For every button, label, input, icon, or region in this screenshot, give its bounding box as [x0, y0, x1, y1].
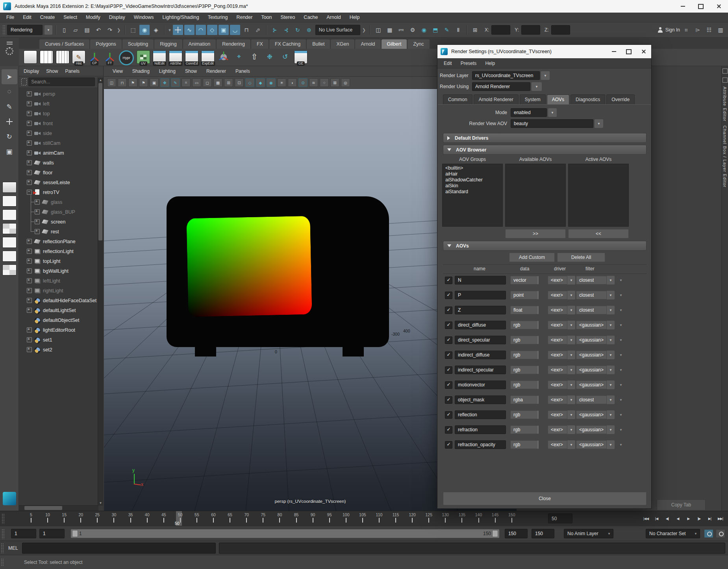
- command-input-field[interactable]: [22, 543, 216, 554]
- menu-item[interactable]: Lighting/Shading: [163, 15, 199, 20]
- transport-button[interactable]: ▶: [684, 513, 693, 524]
- driver-arrow-icon[interactable]: ▼: [567, 381, 575, 389]
- workspace-icon-3[interactable]: ☷: [704, 25, 714, 35]
- playback-range-bar[interactable]: 1 150: [71, 529, 499, 538]
- outliner-vertical-scrollbar[interactable]: ▲ ▼: [98, 78, 103, 506]
- driver-arrow-icon[interactable]: ▼: [567, 425, 575, 434]
- aov-data-dropdown[interactable]: float: [510, 306, 539, 314]
- transport-button[interactable]: ◀: [673, 513, 683, 524]
- viewport-menu-item[interactable]: Panels: [235, 68, 250, 74]
- outliner-item[interactable]: rest: [19, 227, 103, 236]
- render-sequence-icon[interactable]: ⬒: [430, 25, 441, 35]
- fluid-drops-icon[interactable]: ❉: [263, 50, 276, 63]
- range-grip[interactable]: [2, 529, 4, 539]
- aov-name-field[interactable]: refraction_opacity: [455, 440, 506, 449]
- render-settings-tab[interactable]: System: [520, 94, 546, 104]
- render-settings-tab[interactable]: AOVs: [547, 94, 569, 104]
- menu-set-selector[interactable]: Rendering: [7, 25, 43, 35]
- command-line-grip[interactable]: [1, 543, 4, 553]
- aov-enabled-checkbox[interactable]: ✓: [445, 366, 452, 374]
- expand-toggle-icon[interactable]: [35, 229, 40, 234]
- aov-filter-dropdown[interactable]: <gaussian>: [576, 366, 607, 374]
- aov-name-field[interactable]: indirect_diffuse: [455, 351, 506, 359]
- menu-item[interactable]: Windows: [134, 15, 154, 20]
- outliner-item[interactable]: screen: [19, 217, 103, 227]
- layout-outliner-persp-button[interactable]: [2, 237, 17, 248]
- aov-filter-dropdown[interactable]: <gaussian>: [576, 440, 607, 449]
- menu-item[interactable]: Cache: [304, 15, 318, 20]
- expand-toggle-icon[interactable]: [27, 259, 32, 264]
- aov-data-dropdown[interactable]: point: [510, 291, 539, 299]
- aov-name-field[interactable]: P: [455, 291, 506, 299]
- expand-toggle-icon[interactable]: [27, 288, 32, 293]
- row-menu-icon[interactable]: ▼: [619, 309, 622, 312]
- driver-arrow-icon[interactable]: ▼: [567, 410, 575, 419]
- aov-name-field[interactable]: refraction: [455, 425, 506, 434]
- aov-driver-dropdown[interactable]: <exr>: [548, 381, 567, 389]
- outliner-item[interactable]: reflectionLight: [19, 246, 103, 256]
- shelf-tab[interactable]: Arnold: [355, 39, 380, 49]
- aov-enabled-checkbox[interactable]: ✓: [445, 441, 452, 449]
- aov-enabled-checkbox[interactable]: ✓: [445, 426, 452, 434]
- aov-filter-dropdown[interactable]: <gaussian>: [576, 336, 607, 344]
- shelf-tab[interactable]: FX: [251, 39, 269, 49]
- copy-tab-button[interactable]: Copy Tab: [657, 499, 706, 510]
- default-drivers-section-header[interactable]: Default Drivers: [443, 133, 646, 143]
- select-tool-icon[interactable]: ➤: [2, 69, 17, 84]
- graph-editor-icon[interactable]: GE: [294, 50, 308, 64]
- scroll-up-icon[interactable]: ▲: [98, 78, 103, 83]
- aov-data-dropdown[interactable]: rgb: [510, 351, 539, 359]
- aov-group-item[interactable]: <builtin>: [445, 165, 502, 171]
- outliner-item[interactable]: leftLight: [19, 276, 103, 286]
- driver-arrow-icon[interactable]: ▼: [567, 291, 575, 299]
- render-settings-tab[interactable]: Common: [443, 94, 472, 104]
- row-menu-icon[interactable]: ▼: [619, 383, 622, 387]
- range-start-handle[interactable]: [72, 530, 78, 537]
- shelf-tab[interactable]: FX Caching: [269, 39, 306, 49]
- viewport-menu-item[interactable]: Shading: [132, 68, 150, 74]
- render-current-frame-icon[interactable]: ▦: [385, 25, 395, 35]
- render-settings-menu-item[interactable]: Help: [485, 61, 495, 66]
- menu-item[interactable]: File: [6, 15, 14, 20]
- aov-driver-dropdown[interactable]: <exr>: [548, 291, 567, 299]
- outliner-item[interactable]: lightEditorRoot: [19, 325, 103, 335]
- ipr-render-icon[interactable]: IPR: [396, 25, 406, 35]
- menu-item[interactable]: Create: [40, 15, 55, 20]
- filter-arrow-icon[interactable]: ▼: [607, 440, 615, 449]
- render-using-arrow-icon[interactable]: ▼: [532, 82, 542, 91]
- grid-icon[interactable]: ⌗: [182, 78, 191, 87]
- input-operations-icon[interactable]: ⊱: [270, 25, 280, 35]
- viewport-menu-item[interactable]: Renderer: [206, 68, 226, 74]
- aov-driver-dropdown[interactable]: <exr>: [548, 410, 567, 419]
- timeline-ruler[interactable]: 5101520253035404550556065707580859095100…: [26, 511, 517, 526]
- move-tool-icon[interactable]: [2, 114, 17, 129]
- mode-dropdown[interactable]: enabled: [511, 108, 547, 117]
- aov-data-dropdown[interactable]: rgb: [510, 366, 539, 374]
- playback-end-field[interactable]: 150: [505, 529, 528, 538]
- render-settings-tab[interactable]: Override: [606, 94, 635, 104]
- outliner-item[interactable]: set1: [19, 335, 103, 345]
- aov-driver-dropdown[interactable]: <exr>: [548, 351, 567, 359]
- command-language-label[interactable]: MEL: [8, 545, 18, 551]
- render-layer-dropdown[interactable]: rs_UVcoordinate_TVscreen: [472, 71, 540, 80]
- bookmark-icon[interactable]: ⚑: [139, 78, 148, 87]
- snap-to-curve-icon[interactable]: ∿: [184, 25, 195, 35]
- motion-blur-icon[interactable]: ≋: [309, 78, 318, 87]
- outliner-item[interactable]: sesselLeiste: [19, 177, 103, 187]
- two-pane-layout-icon[interactable]: [40, 50, 53, 64]
- output-operations-icon[interactable]: ⊰: [281, 25, 291, 35]
- node-editor-icon[interactable]: NdEdit: [153, 50, 166, 64]
- construction-history-icon[interactable]: ↻: [293, 25, 303, 35]
- aov-filter-dropdown[interactable]: closest: [576, 291, 607, 299]
- expand-toggle-icon[interactable]: [27, 150, 32, 155]
- row-menu-icon[interactable]: ▼: [619, 338, 622, 342]
- expand-toggle-icon[interactable]: [27, 170, 32, 175]
- outliner-item[interactable]: rightLight: [19, 286, 103, 296]
- close-button[interactable]: [710, 0, 728, 13]
- multisampling-icon[interactable]: ⁘: [320, 78, 329, 87]
- expand-toggle-icon[interactable]: [27, 140, 32, 146]
- menu-item[interactable]: Modify: [86, 15, 100, 20]
- update-arrows-icon[interactable]: ⇧: [248, 50, 261, 63]
- aov-driver-dropdown[interactable]: <exr>: [548, 321, 567, 329]
- layout-four-pane-button[interactable]: [2, 223, 17, 234]
